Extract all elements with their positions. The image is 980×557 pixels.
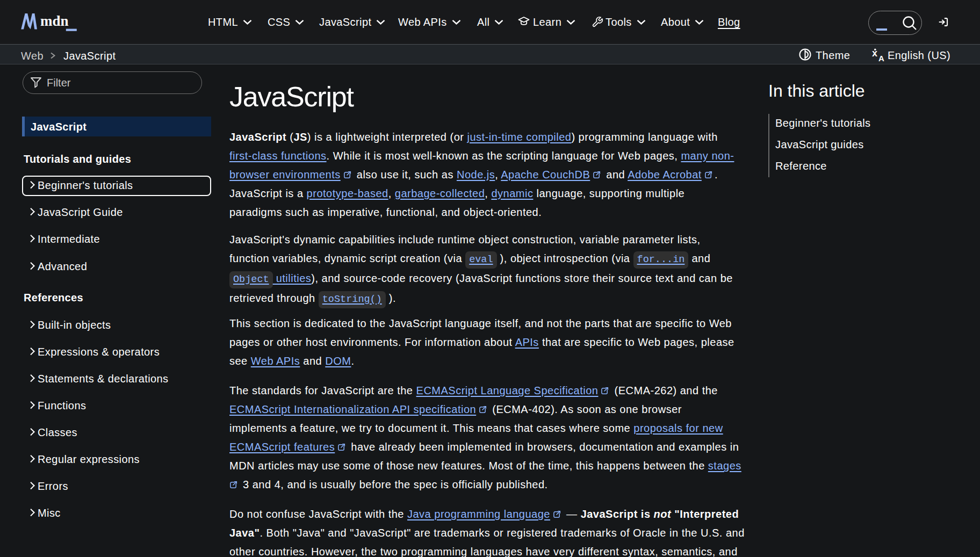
svg-text:A: A [878, 54, 884, 62]
svg-text:mdn: mdn [40, 13, 69, 29]
